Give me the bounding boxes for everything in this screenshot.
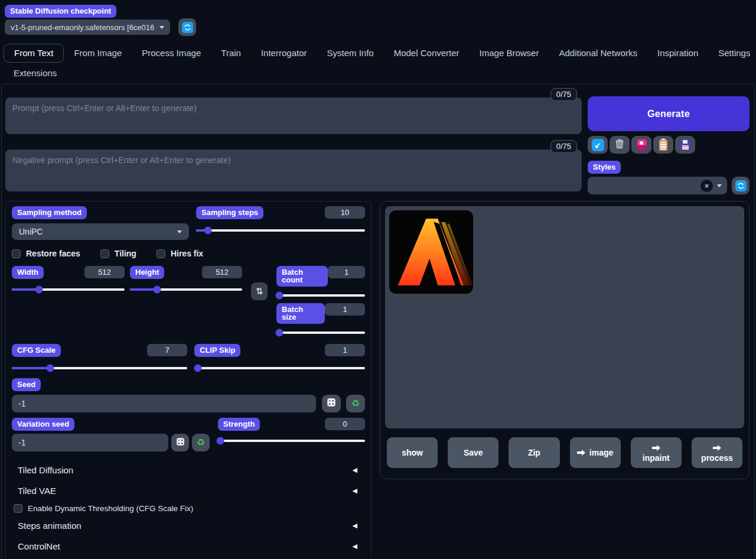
tab-model-converter[interactable]: Model Converter [384,44,470,62]
dynamic-thresholding-checkbox[interactable]: Enable Dynamic Thresholding (CFG Scale F… [12,501,365,515]
height-value[interactable]: 512 [202,266,242,278]
slider-thumb[interactable] [47,365,54,372]
clear-prompt-button[interactable] [610,136,630,154]
checkpoint-label: Stable Diffusion checkpoint [5,5,116,18]
tiling-checkbox[interactable]: Tiling [100,249,136,258]
output-gallery [385,206,744,428]
tab-additional-networks[interactable]: Additional Networks [549,44,647,62]
zip-button[interactable]: Zip [509,437,559,468]
clip-skip-label: CLIP Skip [194,344,240,357]
generate-column: Generate ↙ [588,90,750,194]
random-seed-button[interactable] [322,395,341,412]
cfg-scale-value[interactable]: 7 [147,344,187,356]
anapnoe-logo-icon [389,210,473,294]
swap-dimensions-button[interactable]: ⇅ [251,282,268,300]
trash-icon [615,138,624,151]
seed-label: Seed [12,378,41,391]
prompt-input[interactable] [5,98,582,134]
batch-size-value[interactable]: 1 [325,303,365,316]
strength-label: Strength [218,418,260,431]
sampling-steps-value[interactable]: 10 [325,206,365,219]
slider-thumb[interactable] [194,365,201,372]
tab-train[interactable]: Train [211,44,251,62]
random-variation-seed-button[interactable] [171,434,189,451]
cfg-scale-slider[interactable] [12,367,187,369]
floppy-disk-icon [680,140,690,150]
save-button[interactable]: Save [448,437,498,468]
send-to-inpaint-button[interactable]: inpaint [631,437,682,468]
clipboard-icon [659,139,667,151]
collapse-arrow-icon: ◀ [353,487,357,495]
batch-count-label: Batch count [276,266,328,287]
slider-thumb[interactable] [204,227,212,235]
tab-from-text[interactable]: From Text [4,44,64,63]
slider-thumb[interactable] [35,286,43,294]
accordion-additional-networks[interactable]: Additional Networks ◀ [12,557,365,559]
height-label: Height [130,266,164,279]
width-value[interactable]: 512 [84,266,125,278]
slider-thumb[interactable] [275,292,283,300]
accordion-tiled-diffusion[interactable]: Tiled Diffusion ◀ [12,460,365,480]
preview-image[interactable] [389,210,473,294]
send-to-image-button[interactable]: image [570,437,621,468]
variation-seed-input[interactable] [12,434,168,451]
batch-count-value[interactable]: 1 [328,266,365,278]
batch-size-slider[interactable] [276,332,365,334]
checkpoint-dropdown[interactable]: v1-5-pruned-emaonly.safetensors [6ce016 [5,20,170,35]
tab-settings[interactable]: Settings [708,44,756,62]
clear-styles-icon[interactable]: × [700,180,713,192]
tab-interrogator[interactable]: Interrogator [251,44,317,62]
refresh-styles-button[interactable] [732,177,750,194]
sampling-steps-slider[interactable] [196,229,365,232]
apply-styles-button[interactable] [653,136,673,154]
stable-diffusion-webui: Stable Diffusion checkpoint v1-5-pruned-… [0,0,756,559]
prompt-column: 0/75 0/75 [5,90,582,194]
checkpoint-value: v1-5-pruned-emaonly.safetensors [6ce016 [11,23,154,32]
header: Stable Diffusion checkpoint v1-5-pruned-… [0,0,756,36]
extra-networks-button[interactable] [631,136,651,154]
save-style-button[interactable] [675,136,695,154]
tab-extensions[interactable]: Extensions [4,64,67,82]
refresh-icon [182,22,193,33]
reuse-variation-seed-button[interactable]: ♻ [192,434,210,451]
strength-slider[interactable] [218,440,365,442]
tab-inspiration[interactable]: Inspiration [647,44,708,62]
refresh-checkpoints-button[interactable] [178,18,196,36]
checkbox-icon [12,249,21,258]
accordion-steps-animation[interactable]: Steps animation ◀ [12,515,365,536]
seed-input[interactable] [12,395,316,412]
clip-skip-slider[interactable] [194,367,365,369]
hires-fix-checkbox[interactable]: Hires fix [157,249,203,258]
accordion-tiled-vae[interactable]: Tiled VAE ◀ [12,480,365,501]
tab-process-image[interactable]: Process Image [132,44,211,62]
accordion-controlnet[interactable]: ControlNet ◀ [12,536,365,557]
styles-dropdown[interactable]: × [588,177,727,194]
checkbox-icon [100,249,109,258]
negative-prompt-input[interactable] [5,150,582,191]
sampling-method-label: Sampling method [12,206,87,219]
clip-skip-value[interactable]: 1 [325,344,365,356]
chevron-down-icon [717,184,722,187]
tab-system-info[interactable]: System Info [317,44,383,62]
read-parameters-button[interactable]: ↙ [588,136,608,154]
slider-thumb[interactable] [153,286,161,294]
chevron-down-icon [159,26,164,29]
height-slider[interactable] [130,288,242,291]
strength-value[interactable]: 0 [325,418,365,430]
tab-from-image[interactable]: From Image [64,44,132,62]
width-label: Width [12,266,44,279]
batch-count-slider[interactable] [276,294,365,297]
slider-thumb[interactable] [216,437,224,445]
slider-thumb[interactable] [275,329,283,337]
send-to-process-button[interactable]: process [692,437,742,468]
arrow-right-icon [713,444,721,452]
card-picture-icon [637,139,646,151]
width-slider[interactable] [12,288,125,291]
sampling-method-dropdown[interactable]: UniPC [12,223,189,240]
restore-faces-checkbox[interactable]: Restore faces [12,249,80,258]
show-button[interactable]: show [387,437,438,468]
styles-label: Styles [588,161,621,174]
generate-button[interactable]: Generate [588,96,750,131]
reuse-seed-button[interactable]: ♻ [346,395,365,412]
tab-image-browser[interactable]: Image Browser [470,44,549,62]
